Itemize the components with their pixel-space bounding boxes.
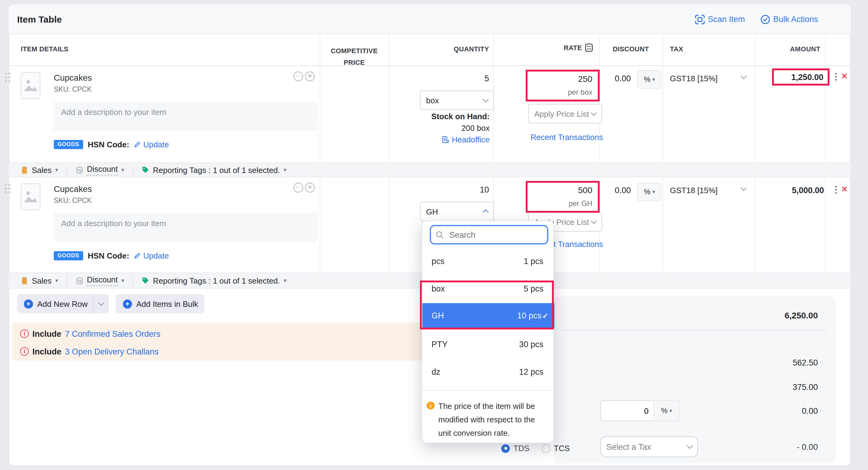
open-delivery-challans-link[interactable]: 3 Open Delivery Challans xyxy=(65,347,159,356)
alert-glyph: i xyxy=(24,348,25,354)
rate-settings-icon[interactable] xyxy=(585,43,593,52)
item-name[interactable]: Cupcakes xyxy=(54,184,92,194)
bulk-actions-button[interactable]: Bulk Actions xyxy=(761,4,818,34)
add-new-row-caret[interactable] xyxy=(94,303,109,305)
tax-select-value[interactable]: GST18 [15%] xyxy=(670,186,718,195)
unit-option[interactable]: pcs xyxy=(432,257,444,266)
price-list-value: Apply Price List xyxy=(534,109,589,118)
ellipsis-icon: ⋯ xyxy=(296,74,301,79)
hsn-update-link[interactable]: Update xyxy=(134,251,169,260)
tds-label: TDS xyxy=(514,444,529,453)
unit-search-box xyxy=(430,225,548,245)
unit-option[interactable]: PTY xyxy=(432,340,448,349)
unit-select-value: GH xyxy=(426,207,438,216)
discount-unit-select[interactable]: % ▾ xyxy=(638,70,661,89)
tax-select-dropdown[interactable]: Select a Tax xyxy=(600,436,698,457)
scan-item-button[interactable]: Scan Item xyxy=(695,4,745,34)
hsn-update-label: Update xyxy=(143,140,169,149)
add-new-row-button[interactable]: + Add New Row xyxy=(17,294,109,314)
column-header-competitive-price: COMPETITIVE PRICE xyxy=(320,45,389,68)
item-image-placeholder[interactable] xyxy=(21,72,40,101)
reporting-tags-dropdown[interactable]: Reporting Tags : 1 out of 1 selected. xyxy=(153,165,280,175)
column-header-quantity: QUANTITY xyxy=(391,45,489,53)
row-delete-icon[interactable]: ✕ xyxy=(841,185,848,194)
sales-dropdown[interactable]: Sales xyxy=(32,276,52,285)
svg-text:%: % xyxy=(78,167,82,173)
info-icon: i xyxy=(427,402,435,409)
warehouse-link[interactable]: Headoffice xyxy=(442,135,490,144)
column-header-rate: RATE xyxy=(564,44,582,51)
chevron-down-icon xyxy=(483,96,489,102)
discount-badge-icon: % xyxy=(76,166,83,174)
caret-down-icon: ▾ xyxy=(284,167,286,173)
unit-search-input[interactable] xyxy=(448,229,542,240)
unit-option-conversion: 1 pcs xyxy=(495,257,544,266)
bulk-actions-label: Bulk Actions xyxy=(773,15,818,24)
caret-down-icon: ▾ xyxy=(652,189,655,195)
drag-handle[interactable] xyxy=(5,73,7,74)
hsn-update-label: Update xyxy=(143,251,169,260)
reporting-tags-dropdown[interactable]: Reporting Tags : 1 out of 1 selected. xyxy=(153,276,280,285)
sales-dropdown[interactable]: Sales xyxy=(32,165,52,175)
unit-dropdown-popup: pcs 1 pcs box 5 pcs GH 10 pcs ✓ PTY 30 p… xyxy=(422,221,554,443)
item-name[interactable]: Cupcakes xyxy=(54,73,92,83)
price-list-select[interactable]: Apply Price List xyxy=(528,104,602,123)
drag-handle[interactable] xyxy=(5,184,7,186)
hsn-update-link[interactable]: Update xyxy=(134,140,169,149)
row-menu-icon[interactable] xyxy=(835,73,837,74)
row-clear-icon[interactable]: ✕ xyxy=(305,71,315,81)
adjustment-unit-select[interactable]: % ▾ xyxy=(653,400,680,421)
sales-jar-icon xyxy=(21,166,28,174)
item-type-badge: GOODS xyxy=(54,251,83,260)
chevron-down-icon xyxy=(591,110,597,116)
confirmed-sales-orders-link[interactable]: 7 Confirmed Sales Orders xyxy=(65,329,160,338)
chevron-down-icon xyxy=(98,300,104,306)
plus-glyph: + xyxy=(126,301,130,307)
check-circle-icon xyxy=(761,14,770,24)
column-header-item-details: ITEM DETAILS xyxy=(21,45,68,53)
item-sku: SKU: CPCK xyxy=(54,86,92,93)
rate-input[interactable]: 250 xyxy=(578,74,592,84)
header-divider xyxy=(8,65,851,66)
add-items-in-bulk-button[interactable]: + Add Items in Bulk xyxy=(116,294,204,314)
quantity-value[interactable]: 5 xyxy=(416,74,489,83)
plus-icon: + xyxy=(123,299,132,308)
scan-item-label: Scan Item xyxy=(708,15,745,24)
quantity-value[interactable]: 10 xyxy=(416,185,489,194)
discount-unit-value: % xyxy=(644,188,650,196)
row-more-icon[interactable]: ⋯ xyxy=(293,71,303,81)
discount-dropdown[interactable]: Discount xyxy=(87,164,118,176)
item-image-placeholder[interactable] xyxy=(21,183,40,213)
edit-pencil-icon xyxy=(134,252,141,259)
item-description-input[interactable] xyxy=(54,213,318,242)
summary-divider xyxy=(562,330,827,331)
row-clear-icon[interactable]: ✕ xyxy=(305,183,315,192)
tds-tcs-group: TDS TCS xyxy=(501,444,570,453)
amount-value: 5,000.00 xyxy=(757,186,824,195)
row-menu-icon[interactable] xyxy=(835,186,837,188)
rate-input[interactable]: 500 xyxy=(578,185,592,195)
tds-amount: - 0.00 xyxy=(745,442,818,452)
row-delete-icon[interactable]: ✕ xyxy=(841,71,848,81)
tcs-radio[interactable] xyxy=(541,444,550,452)
notice-row: i Include 7 Confirmed Sales Orders xyxy=(20,328,160,339)
unit-select[interactable]: box xyxy=(420,90,494,110)
column-header-discount: DISCOUNT xyxy=(599,45,662,53)
unit-select-open[interactable]: GH xyxy=(420,202,494,221)
stock-on-hand-label: Stock on Hand: xyxy=(398,112,490,121)
toolbar-divider xyxy=(67,276,67,285)
discount-dropdown[interactable]: Discount xyxy=(87,275,118,286)
chevron-down-icon xyxy=(687,443,693,449)
item-description-input[interactable] xyxy=(54,101,318,131)
column-divider xyxy=(389,35,390,289)
tax-select-value[interactable]: GST18 [15%] xyxy=(670,74,718,83)
recent-transactions-link[interactable]: Recent Transactions xyxy=(531,133,603,142)
info-glyph: i xyxy=(430,403,431,409)
discount-unit-select[interactable]: % ▾ xyxy=(638,183,661,201)
tag-icon xyxy=(142,166,149,174)
tds-radio[interactable] xyxy=(501,444,510,452)
notice-text: Include xyxy=(32,347,61,356)
row-more-icon[interactable]: ⋯ xyxy=(293,183,303,192)
unit-option[interactable]: dz xyxy=(432,367,440,376)
adjustment-input[interactable] xyxy=(600,400,653,421)
